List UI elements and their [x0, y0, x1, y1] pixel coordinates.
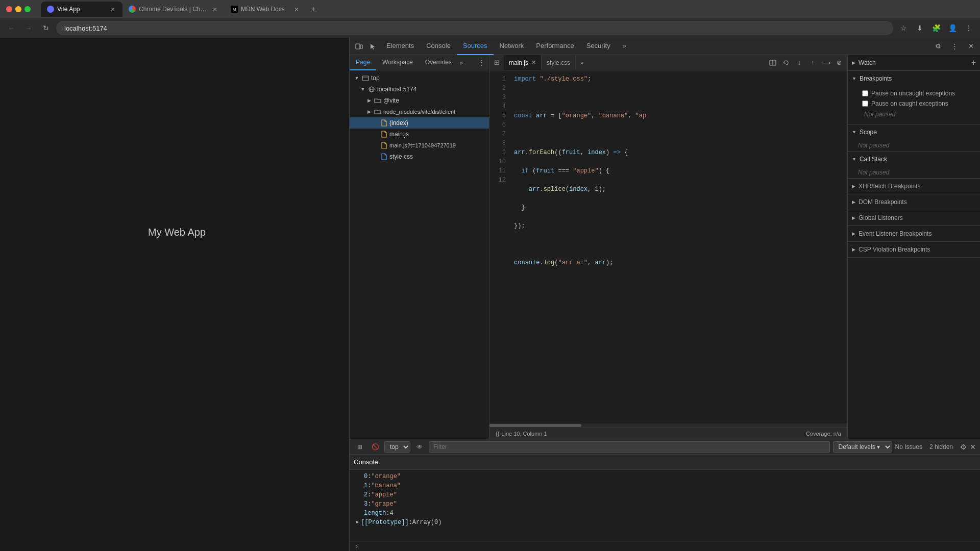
tree-item-main-js-ts[interactable]: main.js?t=1710494727019	[350, 140, 489, 151]
console-settings-icon[interactable]: ⚙	[960, 443, 967, 451]
tab-sources[interactable]: Sources	[457, 38, 494, 55]
sub-tab-more[interactable]: »	[460, 60, 463, 66]
console-clear-icon[interactable]: 🚫	[369, 441, 381, 453]
editor-tab-main-js[interactable]: main.js ✕	[504, 55, 542, 70]
editor-deactivate-icon[interactable]: ⊘	[833, 57, 845, 69]
forward-button[interactable]: →	[21, 21, 36, 35]
editor-step-over-icon[interactable]: ⟶	[820, 57, 832, 69]
code-scrollbar-thumb[interactable]	[489, 424, 581, 427]
editor-down-icon[interactable]: ↓	[793, 57, 805, 69]
extensions-icon[interactable]: 🧩	[929, 21, 943, 35]
event-header[interactable]: ▶ Event Listener Breakpoints	[848, 226, 980, 241]
editor-split-vertical-icon[interactable]	[767, 57, 779, 69]
tab-performance[interactable]: Performance	[530, 38, 580, 55]
profile-icon[interactable]: 👤	[945, 21, 960, 35]
editor-tab-style-css[interactable]: style.css	[542, 55, 576, 70]
console-filter-input[interactable]	[429, 441, 830, 453]
tab-security[interactable]: Security	[580, 38, 617, 55]
tab-more[interactable]: »	[617, 38, 632, 55]
expand-icon-prototype[interactable]: ▶	[356, 518, 359, 527]
sub-tab-workspace[interactable]: Workspace	[376, 55, 419, 70]
tab-devtools[interactable]: Chrome DevTools | Chrome... ✕	[122, 2, 225, 17]
settings-icon[interactable]: ⋮	[962, 21, 976, 35]
tab-mdn-close[interactable]: ✕	[293, 6, 300, 13]
console-colon-0: :	[368, 472, 371, 481]
devtools-more-icon[interactable]: ⋮	[947, 39, 962, 54]
status-position[interactable]: Line 10, Column 1	[501, 431, 547, 437]
console-tab-label[interactable]: Console	[354, 458, 378, 466]
tree-item-main-js[interactable]: main.js	[350, 129, 489, 140]
scope-section: ▼ Scope Not paused	[848, 124, 980, 152]
console-panel-icon[interactable]: ⊞	[354, 441, 366, 453]
console-hidden-label: 2 hidden	[929, 443, 953, 450]
code-content[interactable]: import "./style.css"; const arr = ["oran…	[510, 70, 847, 423]
tab-vite-close[interactable]: ✕	[109, 6, 116, 13]
close-window-button[interactable]	[6, 6, 12, 12]
console-issues-label: No Issues	[895, 443, 922, 450]
maximize-window-button[interactable]	[24, 6, 31, 12]
tree-item-vite[interactable]: ▶ @vite	[350, 95, 489, 106]
xhr-header[interactable]: ▶ XHR/fetch Breakpoints	[848, 179, 980, 194]
editor-panel-split-icon[interactable]: ⊞	[489, 56, 504, 70]
sources-sub-tabs: Page Workspace Overrides » ⋮	[350, 55, 489, 70]
tree-item-style-css[interactable]: style.css	[350, 151, 489, 162]
call-stack-section: ▼ Call Stack Not paused	[848, 152, 980, 179]
tab-network[interactable]: Network	[494, 38, 530, 55]
scope-header[interactable]: ▼ Scope	[848, 124, 980, 140]
address-input[interactable]	[56, 21, 893, 35]
sub-tab-menu[interactable]: ⋮	[478, 59, 489, 66]
dom-header[interactable]: ▶ DOM Breakpoints	[848, 194, 980, 210]
tab-elements[interactable]: Elements	[380, 38, 420, 55]
svg-rect-3	[362, 76, 369, 81]
tree-label-main-js: main.js	[389, 131, 409, 138]
new-tab-button[interactable]: +	[306, 2, 321, 16]
sub-tab-page[interactable]: Page	[350, 55, 376, 70]
console-panel: ⊞ 🚫 top 👁 Default levels ▾ No Issues 2 h…	[350, 439, 980, 551]
main-layout: My Web App Elements Console Sources Netw…	[0, 38, 980, 551]
sub-tab-overrides[interactable]: Overrides	[419, 55, 458, 70]
global-header[interactable]: ▶ Global Listeners	[848, 210, 980, 226]
tree-item-top[interactable]: ▼ top	[350, 72, 489, 84]
tree-item-node-modules[interactable]: ▶ node_modules/vite/dist/client	[350, 106, 489, 117]
download-icon[interactable]: ⬇	[913, 21, 927, 35]
console-eye-icon[interactable]: 👁	[413, 441, 426, 453]
bookmark-icon[interactable]: ☆	[896, 21, 911, 35]
watch-add-button[interactable]: +	[971, 58, 976, 67]
devtools-settings-icon[interactable]: ⚙	[931, 39, 945, 54]
editor-sync-icon[interactable]	[780, 57, 792, 69]
webpage: My Web App	[0, 38, 349, 551]
console-close-button[interactable]: ✕	[970, 443, 976, 451]
devtools-device-icon[interactable]	[352, 39, 366, 54]
editor-up-icon[interactable]: ↑	[806, 57, 819, 69]
editor-tab-main-js-close[interactable]: ✕	[531, 59, 536, 66]
tab-devtools-close[interactable]: ✕	[211, 6, 218, 13]
devtools-close-icon[interactable]: ✕	[964, 39, 978, 54]
back-button[interactable]: ←	[4, 21, 18, 35]
minimize-window-button[interactable]	[15, 6, 21, 12]
status-right: Coverage: n/a	[806, 431, 841, 437]
call-stack-header[interactable]: ▼ Call Stack	[848, 152, 980, 167]
breakpoints-header[interactable]: ▼ Breakpoints	[848, 71, 980, 86]
svg-rect-4	[362, 77, 369, 78]
tree-icon-node-modules	[374, 108, 381, 115]
console-key-1: 1	[364, 481, 368, 490]
console-top-selector[interactable]: top	[384, 441, 410, 453]
tab-vite[interactable]: Vite App ✕	[41, 2, 122, 17]
expand-icon-0	[356, 472, 362, 481]
console-value-1: "banana"	[371, 481, 401, 490]
tab-console[interactable]: Console	[420, 38, 457, 55]
pause-uncaught-checkbox[interactable]	[862, 90, 868, 96]
reload-button[interactable]: ↻	[39, 21, 53, 35]
csp-header[interactable]: ▶ CSP Violation Breakpoints	[848, 242, 980, 257]
code-editor-pane: ⊞ main.js ✕ style.css »	[489, 55, 847, 439]
console-levels-select[interactable]: Default levels ▾	[833, 441, 892, 453]
watch-header[interactable]: ▶ Watch +	[848, 55, 980, 70]
tree-item-index[interactable]: (index)	[350, 117, 489, 129]
code-area[interactable]: 12345 678910 1112 import "./style.css"; …	[489, 70, 847, 423]
pause-caught-checkbox[interactable]	[862, 101, 868, 107]
devtools-pointer-icon[interactable]	[366, 39, 380, 54]
code-scrollbar[interactable]	[489, 423, 847, 428]
editor-tabs-more[interactable]: »	[576, 56, 588, 70]
tree-item-localhost[interactable]: ▼ localhost:5174	[350, 84, 489, 95]
tab-mdn[interactable]: M MDN Web Docs ✕	[225, 2, 306, 17]
